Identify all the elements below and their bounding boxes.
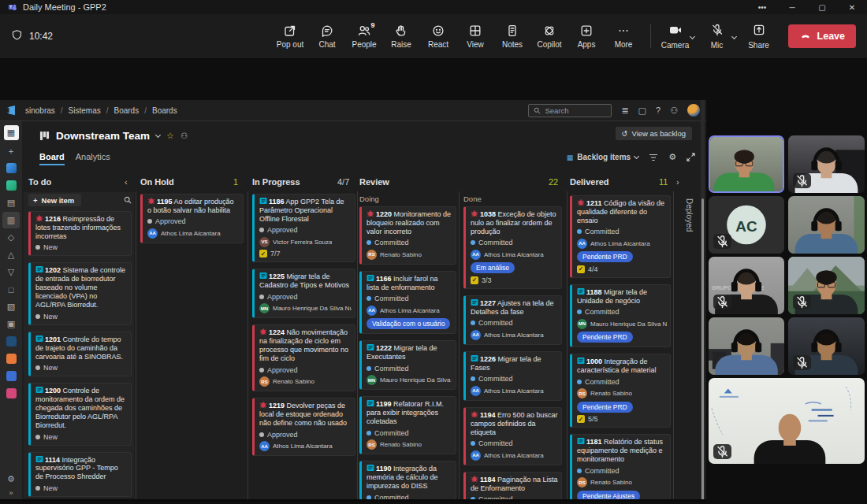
shield-icon	[11, 29, 23, 43]
board-card-1227[interactable]: 1227 Ajustes na tela de Detalhes da fase…	[463, 295, 562, 345]
sidebar-item-extension-orange[interactable]	[2, 350, 20, 367]
board-card-1194[interactable]: 1194 Erro 500 ao buscar campos definidos…	[463, 407, 562, 465]
board-card-1181[interactable]: 1181 Relatório de status equipamento de …	[570, 434, 671, 502]
sidebar-item-boards-active[interactable]: ▥	[2, 212, 20, 228]
maximize-button[interactable]: ▢	[807, 0, 837, 14]
sidebar-settings-icon[interactable]: ⚙	[7, 474, 15, 484]
participant-4-video[interactable]	[788, 196, 865, 254]
copilot-button[interactable]: Copilot	[531, 24, 568, 49]
raise-icon	[394, 24, 408, 38]
sidebar-item-library[interactable]: ▧	[2, 298, 20, 315]
camera-button[interactable]: Camera	[659, 23, 692, 50]
sidebar-item-org[interactable]: ▦	[4, 125, 19, 140]
board-card-1224[interactable]: 1224 Não movimentação na finalização de …	[252, 324, 355, 391]
leave-button[interactable]: Leave	[788, 24, 856, 48]
sidebar-expand-icon[interactable]: »	[9, 489, 13, 497]
sidebar-item-shield[interactable]	[2, 333, 20, 350]
board-card-1199[interactable]: 1199 Refatorar R.I.M. para exibir integr…	[359, 396, 456, 454]
board-card-1166[interactable]: 1166 Incluir farol na lista de enforname…	[359, 271, 456, 334]
apps-button[interactable]: Apps	[568, 24, 605, 49]
board-card-1000[interactable]: 1000 Integração de característica de mat…	[570, 354, 671, 428]
mic-chevron[interactable]	[732, 28, 736, 42]
participant-3-video[interactable]: AC	[709, 196, 784, 254]
board-card-1038[interactable]: 1038 Exceção de objeto nulo ao finalizar…	[463, 206, 562, 289]
participant-9-video[interactable]	[709, 378, 865, 464]
sidebar-item-overview[interactable]	[2, 160, 20, 176]
close-button[interactable]: ✕	[837, 0, 867, 14]
view-button[interactable]: View	[457, 24, 494, 49]
board-card-1184[interactable]: 1184 Paginação na Lista de EnfornamentoC…	[463, 472, 562, 502]
sidebar-item-pipelines[interactable]: △	[2, 246, 20, 263]
avatar[interactable]	[687, 104, 700, 117]
board-card-1225[interactable]: 1225 Migrar tela de Cadastro de Tipos e …	[252, 269, 355, 318]
shopping-bag-icon[interactable]: ▢	[638, 106, 646, 116]
sidebar-item-wiki[interactable]: ▤	[2, 195, 20, 211]
chat-button[interactable]: Chat	[309, 24, 346, 49]
share-button[interactable]: Share	[742, 23, 776, 50]
board-card-1216[interactable]: 1216 Reimpressão de lotes trazendo infor…	[28, 211, 132, 256]
board-card-1220[interactable]: 1220 Monitoramento de bloqueio realizado…	[359, 206, 456, 265]
copilot-icon	[542, 24, 556, 38]
breadcrumb-board[interactable]: Boards	[152, 106, 177, 115]
board-card-1200[interactable]: 1200 Controle de monitoramento da ordem …	[28, 383, 132, 445]
user-settings-icon[interactable]: ⚇	[670, 106, 678, 116]
list-icon[interactable]: ≣	[621, 106, 628, 116]
board-card-1222[interactable]: 1222 Migrar tela de ExecutantesCommitted…	[359, 340, 456, 390]
board-card-1201[interactable]: 1201 Controle do tempo de trajeto do cam…	[28, 332, 132, 376]
sidebar-item-extension-pink[interactable]	[2, 385, 20, 402]
board-card-1226[interactable]: 1226 Migrar tela de FasesCommittedAAAtho…	[463, 351, 562, 401]
view-icon	[468, 24, 482, 38]
column-review-done: 1038 Exceção de objeto nulo ao finalizar…	[463, 206, 562, 502]
page-scrollbar[interactable]	[701, 100, 705, 502]
search-input[interactable]: Search	[528, 104, 612, 117]
sidebar-item-artifacts[interactable]: □	[2, 281, 20, 298]
sidebar-item-repos[interactable]: ◇	[2, 229, 20, 246]
participant-1-video[interactable]	[709, 135, 784, 193]
board-card-1202[interactable]: 1202 Sistema de controle de entrada de b…	[28, 262, 132, 324]
teams-window: T Daily Meeting - GPP2 ••• ─ ▢ ✕ 10:42 P…	[0, 0, 867, 504]
board-card-1188[interactable]: 1188 Migrar tela de Unidade de negócioCo…	[570, 284, 671, 347]
participant-2-video[interactable]	[788, 135, 865, 193]
sidebar-item-boards-green[interactable]	[2, 177, 20, 194]
participant-7-video[interactable]	[709, 317, 784, 375]
muted-mic-icon	[793, 173, 811, 188]
new-item-button[interactable]: + New item	[28, 194, 81, 206]
collapse-column-icon[interactable]: ‹	[125, 177, 128, 187]
participant-6-video[interactable]	[788, 257, 865, 314]
participant-8-video[interactable]	[788, 317, 865, 375]
minimize-button[interactable]: ─	[777, 0, 807, 14]
camera-chevron[interactable]	[690, 28, 694, 42]
board-card-1211[interactable]: 1211 Código da visão de qualidade difere…	[570, 195, 671, 278]
breadcrumb-boards[interactable]: Boards	[114, 106, 140, 115]
board-card-1190[interactable]: 1190 Integração da memória de cálculo de…	[359, 461, 456, 502]
assignee-avatar: AA	[147, 228, 158, 239]
board-card-1219[interactable]: 1219 Devolver peças de local de estoque …	[252, 398, 355, 456]
react-button[interactable]: React	[420, 24, 457, 49]
mic-button[interactable]: Mic	[701, 23, 734, 50]
more-button[interactable]: More	[605, 24, 642, 49]
raise-button[interactable]: Raise	[383, 24, 420, 49]
micoff-icon	[710, 23, 724, 39]
board-card-1186[interactable]: 1186 App GPP2 Tela de Parâmetro Operacio…	[252, 194, 355, 262]
participant-5-video[interactable]: GRUPO CEARENSE	[709, 257, 784, 314]
breadcrumb-project[interactable]: Sistemas	[69, 106, 101, 115]
column-search-icon[interactable]	[124, 196, 132, 204]
react-icon	[431, 24, 445, 38]
muted-mic-icon	[793, 355, 811, 370]
notes-button[interactable]: Notes	[494, 24, 531, 49]
pop-out-button[interactable]: Pop out	[272, 24, 309, 49]
people-button[interactable]: People9	[346, 24, 383, 49]
board-card-1195[interactable]: 1195 Ao editar produção o botão salvar n…	[140, 194, 244, 243]
card-tag: Pendente PRD	[577, 402, 633, 413]
sidebar-item-test-plans[interactable]: ▽	[2, 264, 20, 280]
sidebar-item-add[interactable]: +	[2, 143, 20, 159]
help-icon[interactable]: ?	[656, 106, 660, 115]
sidebar-item-media[interactable]: ▣	[2, 316, 20, 332]
sidebar-item-extension-blue[interactable]	[2, 368, 20, 384]
notes-icon	[505, 24, 519, 38]
breadcrumb-org[interactable]: sinobras	[25, 106, 55, 115]
titlebar-more-button[interactable]: •••	[747, 0, 777, 14]
collapsed-column-deployed[interactable]: Deployed	[685, 198, 694, 232]
board-card-1114[interactable]: 1114 Integração supervisório GPP - Tempo…	[28, 452, 132, 497]
expand-column-icon[interactable]: ›	[676, 177, 679, 187]
